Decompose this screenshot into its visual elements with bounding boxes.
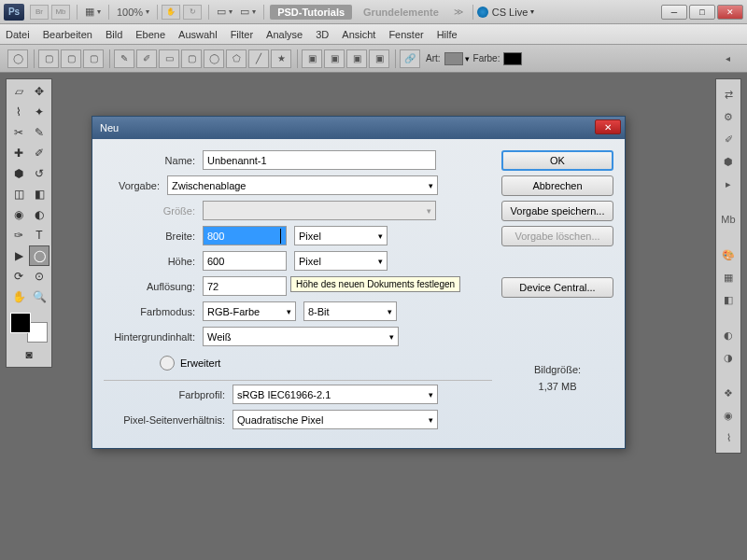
panel-clone-icon[interactable]: ⬢ xyxy=(719,152,738,171)
brush-tool[interactable]: ✐ xyxy=(29,143,49,163)
maximize-button[interactable]: □ xyxy=(689,5,715,20)
zoom-dropdown[interactable]: 100% xyxy=(113,7,153,18)
more-workspaces-icon[interactable]: ≫ xyxy=(454,7,463,17)
path-select-tool[interactable]: ▶ xyxy=(8,245,29,266)
close-app-button[interactable]: ✕ xyxy=(717,5,743,20)
dialog-close-button[interactable]: ✕ xyxy=(595,119,621,134)
workspace-active[interactable]: PSD-Tutorials xyxy=(270,5,352,20)
screenmode-dropdown[interactable]: ▭ xyxy=(236,6,260,18)
menu-auswahl[interactable]: Auswahl xyxy=(178,29,218,40)
crop-tool[interactable]: ✂ xyxy=(8,122,29,143)
pixelverhaeltnis-dropdown[interactable]: Quadratische Pixel xyxy=(233,410,438,429)
pen-tool[interactable]: ✑ xyxy=(8,225,29,245)
minimize-button[interactable]: ─ xyxy=(661,5,687,20)
quickmask-tool[interactable]: ◙ xyxy=(8,344,49,365)
menu-bearbeiten[interactable]: Bearbeiten xyxy=(43,29,92,40)
menu-datei[interactable]: Datei xyxy=(6,29,30,40)
hoehe-input[interactable] xyxy=(203,251,287,271)
link-icon[interactable]: 🔗 xyxy=(400,49,420,68)
heal-tool[interactable]: ✚ xyxy=(8,143,29,163)
3d-camera-tool[interactable]: ⊙ xyxy=(29,266,49,287)
abbrechen-button[interactable]: Abbrechen xyxy=(501,175,613,196)
color-swatches[interactable] xyxy=(8,311,49,344)
device-central-button[interactable]: Device Central... xyxy=(501,277,613,298)
panel-color-icon[interactable]: 🎨 xyxy=(719,245,738,264)
combine-sub-icon[interactable]: ▣ xyxy=(324,49,345,68)
panel-styles-icon[interactable]: ◧ xyxy=(719,290,738,309)
panel-toggle-icon[interactable]: ◂ xyxy=(717,49,738,68)
custom-shape-icon[interactable]: ★ xyxy=(271,49,291,68)
art-swatch[interactable] xyxy=(444,52,463,65)
gradient-tool[interactable]: ◧ xyxy=(29,184,49,204)
hoehe-unit-dropdown[interactable]: Pixel xyxy=(294,251,388,271)
hand-button[interactable]: ✋ xyxy=(162,5,180,20)
combine-exc-icon[interactable]: ▣ xyxy=(369,49,389,68)
marquee-tool[interactable]: ✥ xyxy=(29,81,49,102)
rect-icon[interactable]: ▭ xyxy=(159,49,179,68)
zoom-tool[interactable]: 🔍 xyxy=(29,287,49,307)
panel-paths-icon[interactable]: ⌇ xyxy=(719,428,738,447)
shape-tool[interactable]: ◯ xyxy=(29,245,49,266)
menu-ebene[interactable]: Ebene xyxy=(135,29,165,40)
combine-int-icon[interactable]: ▣ xyxy=(346,49,367,68)
farbtiefe-dropdown[interactable]: 8-Bit xyxy=(303,301,397,321)
breite-input[interactable] xyxy=(203,226,287,245)
breite-unit-dropdown[interactable]: Pixel xyxy=(294,226,388,245)
minibridge-button[interactable]: Mb xyxy=(51,5,70,20)
type-tool[interactable]: T xyxy=(29,225,49,245)
history-brush-tool[interactable]: ↺ xyxy=(29,163,49,184)
panel-history-icon[interactable]: ⇄ xyxy=(719,85,738,104)
panel-actions-icon[interactable]: ⚙ xyxy=(719,107,738,126)
roundrect-icon[interactable]: ▢ xyxy=(181,49,202,68)
dodge-tool[interactable]: ◐ xyxy=(29,204,49,225)
menu-3d[interactable]: 3D xyxy=(316,29,329,40)
ok-button[interactable]: OK xyxy=(501,150,613,171)
view-extras-dropdown[interactable]: ▦ xyxy=(81,6,105,18)
shape-layer-icon[interactable]: ▢ xyxy=(38,49,59,68)
fill-pixels-icon[interactable]: ▢ xyxy=(83,49,104,68)
lasso-tool[interactable]: ⌇ xyxy=(8,102,29,122)
menu-filter[interactable]: Filter xyxy=(231,29,253,40)
menu-fenster[interactable]: Fenster xyxy=(388,29,423,40)
workspace-inactive[interactable]: Grundelemente xyxy=(356,5,446,20)
pen-icon[interactable]: ✎ xyxy=(114,49,134,68)
vorgabe-speichern-button[interactable]: Vorgabe speichern... xyxy=(501,201,613,221)
line-icon[interactable]: ╱ xyxy=(248,49,269,68)
panel-layers-icon[interactable]: ❖ xyxy=(719,384,738,402)
panel-swatches-icon[interactable]: ▦ xyxy=(719,268,738,287)
farbmodus-dropdown[interactable]: RGB-Farbe xyxy=(203,301,296,321)
farbprofil-dropdown[interactable]: sRGB IEC61966-2.1 xyxy=(233,385,438,404)
panel-masks-icon[interactable]: ◑ xyxy=(719,348,738,367)
eraser-tool[interactable]: ◫ xyxy=(8,184,29,204)
menu-ansicht[interactable]: Ansicht xyxy=(342,29,375,40)
polygon-icon[interactable]: ⬠ xyxy=(226,49,247,68)
hand-tool[interactable]: ✋ xyxy=(8,287,29,307)
vorgabe-dropdown[interactable]: Zwischenablage xyxy=(167,175,438,195)
aufloesung-input[interactable] xyxy=(203,276,287,296)
arrange-dropdown[interactable]: ▭ xyxy=(213,6,236,18)
art-dropdown-icon[interactable]: ▾ xyxy=(465,54,470,63)
tool-preset-icon[interactable]: ◯ xyxy=(7,49,28,68)
combine-add-icon[interactable]: ▣ xyxy=(302,49,322,68)
panel-presets-icon[interactable]: ▸ xyxy=(719,175,738,193)
fg-color-swatch[interactable] xyxy=(10,313,31,333)
panel-adjust-icon[interactable]: ◐ xyxy=(719,326,738,344)
move-tool[interactable]: ▱ xyxy=(8,81,29,102)
bridge-button[interactable]: Br xyxy=(30,5,49,20)
3d-tool[interactable]: ⟳ xyxy=(8,266,29,287)
panel-mb-icon[interactable]: Mb xyxy=(719,210,738,229)
hintergrund-dropdown[interactable]: Weiß xyxy=(203,327,399,346)
panel-brushes-icon[interactable]: ✐ xyxy=(719,130,738,148)
rotate-button[interactable]: ↻ xyxy=(183,5,202,20)
menu-hilfe[interactable]: Hilfe xyxy=(437,29,458,40)
cslive-button[interactable]: CS Live▾ xyxy=(477,7,535,18)
panel-channels-icon[interactable]: ◉ xyxy=(719,406,738,425)
eyedropper-tool[interactable]: ✎ xyxy=(29,122,49,143)
dialog-titlebar[interactable]: Neu ✕ xyxy=(92,117,625,139)
menu-bild[interactable]: Bild xyxy=(106,29,122,40)
farbe-swatch[interactable] xyxy=(503,52,522,65)
ellipse-icon[interactable]: ◯ xyxy=(204,49,224,68)
path-icon[interactable]: ▢ xyxy=(61,49,81,68)
erweitert-toggle[interactable]: Erweitert xyxy=(160,356,492,371)
stamp-tool[interactable]: ⬢ xyxy=(8,163,29,184)
